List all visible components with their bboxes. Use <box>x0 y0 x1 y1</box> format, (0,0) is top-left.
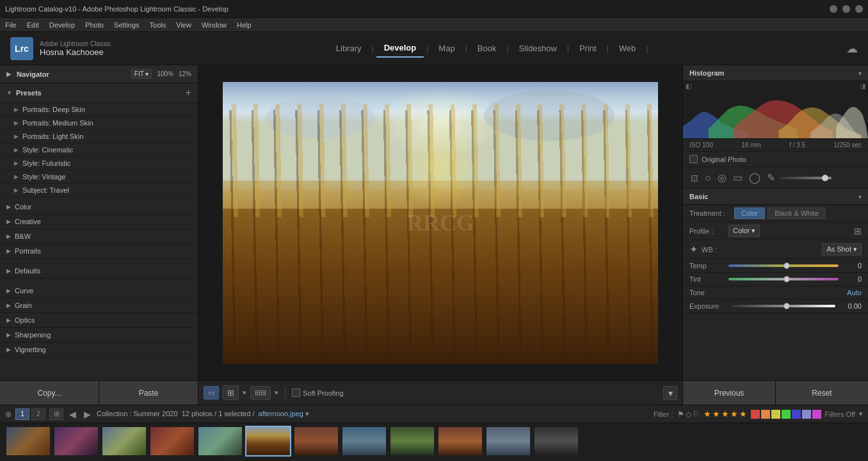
preset-subject-travel[interactable]: ▶ Subject: Travel <box>0 184 198 197</box>
nav-pct1[interactable]: 100% <box>157 70 173 77</box>
soft-proof-checkbox[interactable] <box>292 389 300 397</box>
filmstrip-thumb-9[interactable] <box>389 426 435 457</box>
nav-develop[interactable]: Develop <box>376 39 424 58</box>
filmstrip-page-1[interactable]: 1 <box>15 408 29 420</box>
filmstrip-thumb-6[interactable] <box>245 426 291 457</box>
tint-slider-track[interactable] <box>728 278 839 280</box>
color-label-orange[interactable] <box>761 410 770 419</box>
filmstrip-expand-icon[interactable]: ⊕ <box>5 410 12 419</box>
preset-grain-section[interactable]: ▶ Grain <box>0 298 198 313</box>
filmstrip-thumb-5[interactable] <box>197 426 243 457</box>
presets-header[interactable]: ▼ Presets + <box>0 83 198 103</box>
temp-slider-track[interactable] <box>728 264 839 267</box>
view-compare-button[interactable]: ⊟⊟ <box>250 386 271 400</box>
star-3[interactable]: ★ <box>721 409 729 419</box>
menu-edit[interactable]: Edit <box>27 21 39 29</box>
color-label-yellow[interactable] <box>771 410 780 419</box>
preset-style-futuristic[interactable]: ▶ Style: Futuristic <box>0 157 198 170</box>
filmstrip-page-2[interactable]: 2 <box>31 408 45 420</box>
maximize-button[interactable] <box>842 5 850 13</box>
color-treatment-button[interactable]: Color <box>734 207 765 219</box>
nav-print[interactable]: Print <box>572 40 604 57</box>
tint-slider-thumb[interactable] <box>784 276 790 282</box>
adj-brush-icon[interactable]: ✎ <box>766 170 776 185</box>
view-single-button[interactable]: ▭ <box>204 386 219 400</box>
navigator-collapse-triangle[interactable]: ▶ <box>6 70 12 77</box>
filmstrip-grid-button[interactable]: ⊞ <box>49 408 63 420</box>
filmstrip-thumb-2[interactable] <box>53 426 99 457</box>
presets-add-button[interactable]: + <box>186 87 191 99</box>
prev-arrow-button[interactable]: ◀ <box>67 409 78 419</box>
preset-portraits-medium[interactable]: ▶ Portraits: Medium Skin <box>0 117 198 130</box>
filters-off-label[interactable]: Filters Off <box>825 410 855 418</box>
reject-icon[interactable]: ⚐ <box>693 410 700 419</box>
nav-slideshow[interactable]: Slideshow <box>511 40 565 57</box>
menu-photo[interactable]: Photo <box>85 21 104 29</box>
previous-button[interactable]: Previous <box>683 381 776 405</box>
bw-treatment-button[interactable]: Black & White <box>768 207 825 219</box>
profile-selector[interactable]: Color ▾ <box>728 225 760 237</box>
nav-web[interactable]: Web <box>611 40 644 57</box>
menu-view[interactable]: View <box>176 21 191 29</box>
preset-style-cinematic[interactable]: ▶ Style: Cinematic <box>0 143 198 157</box>
filmstrip-thumb-7[interactable] <box>293 426 339 457</box>
menu-develop[interactable]: Develop <box>49 21 75 29</box>
preset-curve-section[interactable]: ▶ Curve <box>0 284 198 298</box>
next-arrow-button[interactable]: ▶ <box>82 409 93 419</box>
preset-optics-section[interactable]: ▶ Optics <box>0 313 198 328</box>
menu-tools[interactable]: Tools <box>150 21 166 29</box>
view-compare-dropdown[interactable]: ▾ <box>275 389 278 397</box>
profile-grid-icon[interactable]: ⊞ <box>854 226 862 236</box>
preset-vignetting-section[interactable]: ▶ Vignetting <box>0 343 198 357</box>
filmstrip-thumb-4[interactable] <box>149 426 195 457</box>
temp-slider-thumb[interactable] <box>784 263 790 269</box>
star-5[interactable]: ★ <box>739 409 747 419</box>
radial-filter-icon[interactable]: ◯ <box>748 170 762 185</box>
close-button[interactable] <box>855 5 863 13</box>
filmstrip-thumb-10[interactable] <box>437 426 483 457</box>
view-grid-button[interactable]: ⊞ <box>223 385 239 400</box>
color-label-blue[interactable] <box>792 410 801 419</box>
preset-portraits-deep[interactable]: ▶ Portraits: Deep Skin <box>0 103 198 117</box>
flag-icon[interactable]: ⚑ <box>677 410 684 419</box>
menu-file[interactable]: File <box>5 21 17 29</box>
filmstrip-thumb-8[interactable] <box>341 426 387 457</box>
eyedropper-icon[interactable]: ✦ <box>689 243 698 255</box>
menu-settings[interactable]: Settings <box>114 21 140 29</box>
soft-proof-row[interactable]: Soft Proofing <box>292 389 344 397</box>
reset-button[interactable]: Reset <box>776 381 868 405</box>
preset-portraits-section[interactable]: ▶ Portraits <box>0 244 198 259</box>
expand-button[interactable]: ▾ <box>663 386 677 400</box>
nav-library[interactable]: Library <box>328 40 369 57</box>
redeye-icon[interactable]: ◎ <box>716 170 728 185</box>
star-4[interactable]: ★ <box>730 409 738 419</box>
tool-slider[interactable] <box>780 177 832 179</box>
crop-tool-icon[interactable]: ⊡ <box>689 172 700 184</box>
filmstrip-thumb-1[interactable] <box>5 426 51 457</box>
histogram-options-icon[interactable]: ▾ <box>858 70 862 77</box>
star-1[interactable]: ★ <box>703 409 711 419</box>
preset-sharpening-section[interactable]: ▶ Sharpening <box>0 328 198 343</box>
star-2[interactable]: ★ <box>712 409 720 419</box>
preset-bw-section[interactable]: ▶ B&W <box>0 229 198 244</box>
view-dropdown[interactable]: ▾ <box>243 389 246 397</box>
color-label-magenta[interactable] <box>812 410 821 419</box>
exposure-slider-track[interactable] <box>732 305 835 307</box>
fit-selector[interactable]: FIT ▾ <box>131 69 152 79</box>
color-label-purple[interactable] <box>802 410 811 419</box>
filename-dropdown[interactable]: ▾ <box>305 410 309 417</box>
cloud-sync-icon[interactable]: ☁ <box>846 42 858 56</box>
menu-help[interactable]: Help <box>237 21 252 29</box>
filmstrip-thumb-11[interactable] <box>485 426 531 457</box>
nav-map[interactable]: Map <box>431 40 462 57</box>
nav-pct2[interactable]: 12% <box>179 70 191 77</box>
menu-window[interactable]: Window <box>202 21 227 29</box>
preset-defaults-section[interactable]: ▶ Defaults <box>0 264 198 279</box>
spot-removal-icon[interactable]: ○ <box>703 171 712 185</box>
filmstrip-thumb-3[interactable] <box>101 426 147 457</box>
gradient-filter-icon[interactable]: ▭ <box>732 170 744 185</box>
minimize-button[interactable] <box>830 5 837 13</box>
preset-style-vintage[interactable]: ▶ Style: Vintage <box>0 170 198 184</box>
basic-section-header[interactable]: Basic ▾ <box>683 189 868 205</box>
preset-portraits-light[interactable]: ▶ Portraits: Light Skin <box>0 130 198 143</box>
